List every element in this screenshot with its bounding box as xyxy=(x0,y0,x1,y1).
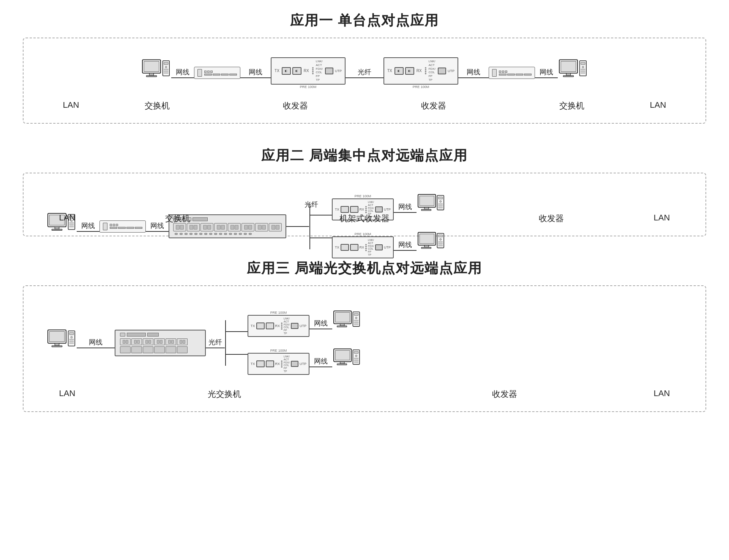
svg-rect-13 xyxy=(563,76,573,77)
svg-rect-1 xyxy=(144,61,159,72)
computer-left-s3 xyxy=(46,328,77,358)
svg-rect-2 xyxy=(149,73,153,76)
wire2-s1: 网线 xyxy=(240,68,271,78)
svg-rect-79 xyxy=(337,364,347,365)
fiber-branch-s2 xyxy=(309,204,332,249)
switch-left-s1 xyxy=(194,67,240,79)
svg-rect-77 xyxy=(335,350,350,360)
svg-rect-75 xyxy=(354,324,358,324)
svg-rect-50 xyxy=(439,241,443,242)
svg-rect-84 xyxy=(354,360,358,360)
label-transceiver-left-s1: 收发器 xyxy=(226,100,364,112)
svg-rect-52 xyxy=(439,245,443,246)
svg-rect-73 xyxy=(354,320,358,321)
svg-rect-45 xyxy=(424,245,429,247)
svg-rect-48 xyxy=(439,235,443,237)
transceiver-bottom-s2: PRE 100M TX RX xyxy=(332,232,394,258)
computer-bottom-right-s2 xyxy=(417,230,447,261)
svg-rect-12 xyxy=(566,73,570,76)
label-lan-right-s2: LAN xyxy=(645,213,679,223)
svg-rect-17 xyxy=(581,69,585,70)
optical-switch-s3 xyxy=(115,330,206,356)
svg-rect-3 xyxy=(146,76,156,77)
wire4-s1: 网线 xyxy=(535,68,558,78)
svg-rect-85 xyxy=(354,362,358,362)
fiber-s1: 光纤 xyxy=(346,68,383,78)
svg-rect-55 xyxy=(55,343,59,346)
svg-rect-5 xyxy=(164,62,168,64)
label-switch-left-s1: 交换机 xyxy=(88,100,226,112)
section1: 应用一 单台点对点应用 xyxy=(23,11,706,124)
wire4-bottom-s2: 网线 xyxy=(394,240,417,251)
svg-rect-15 xyxy=(581,62,585,64)
switch-right-s1 xyxy=(489,67,535,79)
section2: 应用二 局端集中点对远端点应用 xyxy=(23,146,706,236)
label-lan-right-s3: LAN xyxy=(645,389,679,398)
svg-point-82 xyxy=(355,355,357,357)
svg-point-16 xyxy=(582,66,584,68)
svg-point-49 xyxy=(440,238,442,240)
svg-point-59 xyxy=(71,336,73,338)
computer-left-s1 xyxy=(141,58,171,88)
svg-rect-67 xyxy=(335,312,350,322)
label-transceiver-s2: 收发器 xyxy=(458,213,645,224)
section2-title: 应用二 局端集中点对远端点应用 xyxy=(23,146,706,165)
label-optical-switch-s3: 光交换机 xyxy=(84,389,364,400)
section1-diagram: 网线 xyxy=(23,38,706,124)
label-lan-left-s3: LAN xyxy=(50,389,84,398)
fiber-s3: 光纤 xyxy=(206,338,225,348)
right-transceivers-s3: PRE 100M TX RX xyxy=(248,309,363,377)
computer-bottom-right-s3 xyxy=(332,347,363,377)
svg-rect-61 xyxy=(69,341,74,341)
label-lan-left-s1: LAN xyxy=(54,100,88,110)
label-transceiver-s3: 收发器 xyxy=(364,389,645,400)
transceiver-right-s1: TX ◧ ◧ RX LNK/ ACT FDX/ COL xyxy=(383,57,458,89)
fiber-branch-s3-container: 光纤 xyxy=(206,320,248,366)
svg-rect-60 xyxy=(69,339,74,340)
wire1-s1: 网线 xyxy=(171,68,194,78)
label-lan-left-s2: LAN xyxy=(50,213,84,223)
svg-rect-56 xyxy=(52,346,62,347)
svg-rect-58 xyxy=(69,332,74,335)
section2-diagram: 网线 xyxy=(23,173,706,236)
svg-rect-29 xyxy=(69,226,74,227)
svg-rect-78 xyxy=(340,362,344,364)
svg-rect-68 xyxy=(340,324,344,326)
svg-rect-7 xyxy=(164,69,168,70)
section3-diagram: 网线 xyxy=(23,285,706,412)
fiber-label-s2: 光纤 xyxy=(305,200,683,209)
svg-rect-28 xyxy=(69,224,74,225)
label-lan-right-s1: LAN xyxy=(641,100,675,110)
svg-point-6 xyxy=(165,66,167,68)
svg-rect-74 xyxy=(354,322,358,322)
svg-rect-9 xyxy=(164,73,168,74)
computer-right-s1 xyxy=(558,58,588,88)
svg-rect-23 xyxy=(52,229,62,230)
transceiver-top-s3: PRE 100M TX RX xyxy=(248,311,309,337)
label-switch-right-s1: 交换机 xyxy=(503,100,641,112)
svg-rect-19 xyxy=(581,73,585,74)
svg-rect-22 xyxy=(55,227,59,229)
wire3-bottom-s3: 网线 xyxy=(309,357,332,367)
svg-rect-36 xyxy=(421,209,431,211)
svg-rect-18 xyxy=(581,71,585,72)
wire2-top-s3: 网线 xyxy=(309,319,332,329)
svg-rect-71 xyxy=(354,313,358,316)
transceiver-bottom-s3: PRE 100M TX RX xyxy=(248,349,309,375)
svg-rect-11 xyxy=(561,61,576,72)
svg-rect-46 xyxy=(421,247,431,249)
svg-rect-83 xyxy=(354,358,358,359)
section3: 应用三 局端光交换机点对远端点应用 xyxy=(23,259,706,412)
transceiver-left-s1: TX ◧ ◧ RX LNK/ ACT xyxy=(271,57,346,89)
wire1-s3: 网线 xyxy=(77,338,115,348)
fiber-branch-svg-s3 xyxy=(225,320,248,366)
computer-top-right-s3 xyxy=(332,309,363,339)
label-transceiver-right-s1: 收发器 xyxy=(364,100,503,112)
svg-rect-69 xyxy=(337,326,347,327)
svg-rect-81 xyxy=(354,351,358,354)
svg-rect-51 xyxy=(439,243,443,244)
svg-point-72 xyxy=(355,317,357,319)
svg-rect-38 xyxy=(439,197,443,199)
svg-rect-8 xyxy=(164,71,168,72)
svg-rect-44 xyxy=(420,234,434,244)
